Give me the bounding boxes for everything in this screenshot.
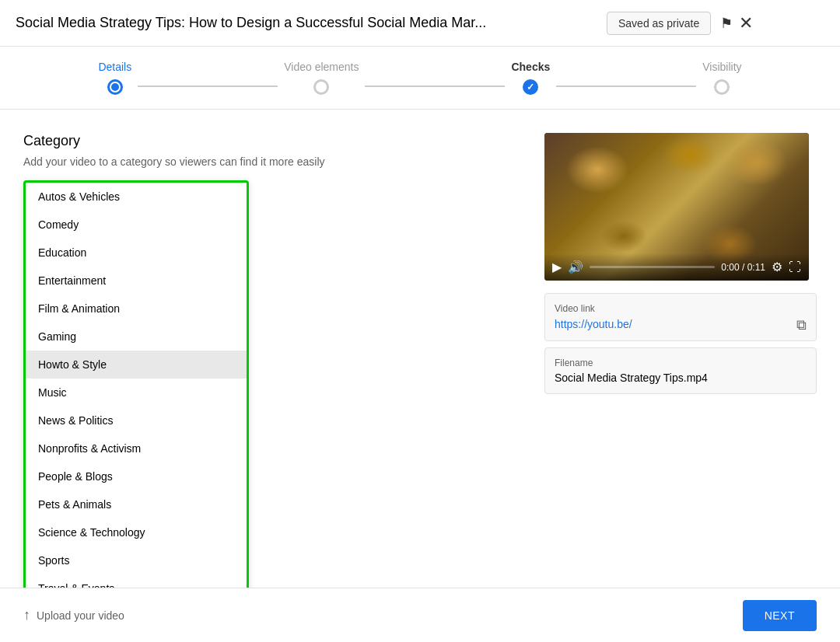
fullscreen-icon: ⛶ (789, 260, 801, 274)
fullscreen-button[interactable]: ⛶ (789, 260, 801, 274)
step-checks-label: Checks (511, 61, 550, 73)
step-visibility-circle (714, 79, 730, 95)
settings-icon: ⚙ (772, 260, 782, 274)
main-content: Category Add your video to a category so… (0, 110, 840, 588)
copy-icon: ⧉ (796, 317, 807, 333)
play-icon: ▶ (552, 260, 562, 274)
volume-button[interactable]: 🔊 (568, 260, 583, 274)
category-item-sports[interactable]: Sports (26, 546, 247, 574)
step-visibility[interactable]: Visibility (702, 61, 741, 95)
category-item-nonprofits[interactable]: Nonprofits & Activism (26, 434, 247, 462)
filename-label: Filename (555, 358, 807, 368)
time-separator: / (742, 262, 747, 273)
upload-label: Upload your video (37, 609, 124, 622)
time-total: 0:11 (747, 262, 765, 273)
category-item-comedy[interactable]: Comedy (26, 211, 247, 239)
step-video-elements[interactable]: Video elements (284, 61, 359, 95)
category-item-science[interactable]: Science & Technology (26, 518, 247, 546)
category-title: Category (23, 133, 521, 149)
time-current: 0:00 (721, 262, 739, 273)
right-panel: ▶ 🔊 0:00 / 0:11 ⚙ ⛶ (544, 133, 817, 588)
filename-box: Filename Social Media Strategy Tips.mp4 (544, 347, 817, 394)
video-link[interactable]: https://youtu.be/ (555, 318, 632, 330)
next-button[interactable]: NEXT (743, 600, 817, 631)
step-line-1 (138, 85, 278, 87)
upload-icon: ↑ (23, 607, 30, 623)
settings-button[interactable]: ⚙ (772, 260, 782, 274)
close-button[interactable]: ✕ (739, 13, 753, 33)
time-display: 0:00 / 0:11 (721, 262, 765, 273)
video-link-label: Video link (555, 303, 807, 314)
step-checks[interactable]: Checks (511, 61, 550, 95)
alert-icon: ⚑ (720, 15, 733, 32)
step-video-elements-label: Video elements (284, 61, 359, 73)
play-button[interactable]: ▶ (552, 260, 562, 274)
step-visibility-label: Visibility (702, 61, 741, 73)
volume-icon: 🔊 (568, 260, 583, 274)
page-title: Social Media Strategy Tips: How to Desig… (16, 15, 607, 31)
stepper: Details Video elements Checks Visibility (0, 47, 840, 110)
category-item-news[interactable]: News & Politics (26, 406, 247, 434)
copy-link-button[interactable]: ⧉ (796, 317, 807, 333)
step-line-3 (556, 85, 696, 87)
category-item-autos[interactable]: Autos & Vehicles (26, 183, 247, 211)
progress-bar[interactable] (590, 266, 715, 268)
alert-button[interactable]: ⚑ (720, 15, 733, 32)
category-item-pets[interactable]: Pets & Animals (26, 490, 247, 518)
video-controls: ▶ 🔊 0:00 / 0:11 ⚙ ⛶ (544, 253, 809, 281)
footer: ↑ Upload your video NEXT (0, 588, 840, 642)
category-item-music[interactable]: Music (26, 379, 247, 406)
step-checks-circle (523, 79, 538, 95)
step-details[interactable]: Details (98, 61, 131, 95)
category-item-people[interactable]: People & Blogs (26, 462, 247, 490)
close-icon: ✕ (739, 13, 753, 33)
step-line-2 (365, 85, 505, 87)
category-item-education[interactable]: Education (26, 239, 247, 267)
filename-text: Social Media Strategy Tips.mp4 (555, 372, 807, 384)
category-dropdown[interactable]: Autos & Vehicles Comedy Education Entert… (23, 180, 249, 605)
category-subtitle: Add your video to a category so viewers … (23, 155, 521, 168)
category-item-gaming[interactable]: Gaming (26, 323, 247, 351)
video-thumbnail: ▶ 🔊 0:00 / 0:11 ⚙ ⛶ (544, 133, 809, 281)
category-item-entertainment[interactable]: Entertainment (26, 267, 247, 295)
step-details-circle (107, 79, 123, 95)
category-item-howto[interactable]: Howto & Style (26, 351, 247, 379)
saved-badge: Saved as private (607, 12, 711, 35)
header: Social Media Strategy Tips: How to Desig… (0, 0, 840, 47)
step-video-elements-circle (313, 79, 329, 95)
video-link-box: Video link ⧉ https://youtu.be/ (544, 293, 817, 341)
left-panel: Category Add your video to a category so… (23, 133, 544, 588)
category-item-film[interactable]: Film & Animation (26, 295, 247, 323)
footer-left: ↑ Upload your video (23, 607, 124, 623)
step-details-label: Details (98, 61, 131, 73)
